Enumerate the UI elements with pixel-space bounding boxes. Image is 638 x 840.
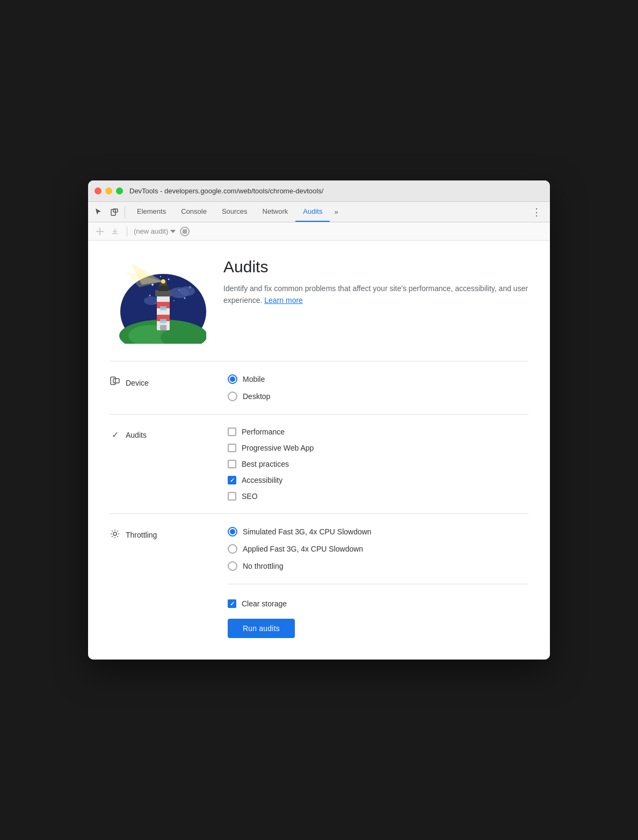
audits-label: ✓ Audits [110, 428, 228, 440]
more-tabs-button[interactable]: » [330, 202, 342, 222]
simulated-fast-3g-radio[interactable] [228, 527, 237, 537]
stop-button[interactable] [180, 227, 190, 236]
mobile-radio[interactable] [228, 374, 237, 384]
applied-fast-3g-radio[interactable] [228, 544, 237, 554]
device-section: Device Mobile Desktop [110, 361, 528, 414]
run-audits-button[interactable]: Run audits [228, 619, 295, 638]
no-throttling-option[interactable]: No throttling [228, 561, 528, 571]
traffic-lights [95, 187, 123, 194]
hero-title: Audits [223, 258, 528, 276]
audit-select-value: (new audit) [134, 227, 168, 235]
tab-audits[interactable]: Audits [295, 202, 330, 222]
minimize-button[interactable] [105, 187, 112, 194]
stop-icon [183, 229, 187, 234]
audits-toolbar: (new audit) [88, 222, 550, 241]
main-content: Audits Identify and fix common problems … [88, 241, 550, 660]
throttling-options: Simulated Fast 3G, 4x CPU Slowdown Appli… [228, 527, 528, 571]
nav-icons [92, 206, 125, 218]
device-toggle-icon[interactable] [108, 206, 120, 218]
checkmark-icon: ✓ [110, 430, 120, 440]
no-throttling-radio[interactable] [228, 561, 237, 571]
device-icon [110, 376, 120, 389]
add-audit-button[interactable] [95, 226, 105, 237]
pwa-checkbox[interactable] [228, 444, 236, 452]
performance-option[interactable]: Performance [228, 428, 528, 436]
best-practices-checkbox[interactable] [228, 460, 236, 468]
accessibility-check: ✓ [230, 477, 235, 484]
tab-sources[interactable]: Sources [214, 202, 255, 222]
cursor-icon[interactable] [92, 206, 104, 218]
device-options: Mobile Desktop [228, 374, 528, 401]
throttling-section: Throttling Simulated Fast 3G, 4x CPU Slo… [110, 513, 528, 584]
hero-section: Audits Identify and fix common problems … [110, 258, 528, 344]
close-button[interactable] [95, 187, 102, 194]
seo-checkbox[interactable] [228, 492, 236, 501]
clear-storage-checkbox[interactable]: ✓ [228, 599, 236, 608]
devtools-window: DevTools - developers.google.com/web/too… [88, 180, 550, 660]
download-audit-button[interactable] [110, 226, 120, 237]
run-section: ✓ Clear storage Run audits [228, 584, 528, 638]
hero-text: Audits Identify and fix common problems … [223, 258, 528, 307]
accessibility-option[interactable]: ✓ Accessibility [228, 476, 528, 484]
svg-rect-27 [160, 325, 166, 330]
svg-point-30 [113, 532, 117, 535]
svg-rect-25 [160, 306, 166, 310]
learn-more-link[interactable]: Learn more [264, 296, 303, 305]
best-practices-option[interactable]: Best practices [228, 460, 528, 468]
svg-rect-26 [160, 319, 166, 323]
tab-network[interactable]: Network [255, 202, 296, 222]
svg-point-13 [180, 286, 195, 296]
nav-tabs: Elements Console Sources Network Audits … [129, 202, 343, 222]
device-mobile-option[interactable]: Mobile [228, 374, 528, 384]
seo-option[interactable]: SEO [228, 492, 528, 501]
audits-options: Performance Progressive Web App Best pra… [228, 428, 528, 501]
svg-point-8 [160, 276, 161, 277]
performance-checkbox[interactable] [228, 428, 236, 436]
svg-point-4 [168, 279, 170, 280]
svg-point-14 [144, 296, 159, 305]
mobile-radio-fill [230, 376, 235, 382]
maximize-button[interactable] [116, 187, 123, 194]
device-desktop-option[interactable]: Desktop [228, 392, 528, 401]
applied-fast-3g-option[interactable]: Applied Fast 3G, 4x CPU Slowdown [228, 544, 528, 554]
clear-storage-option[interactable]: ✓ Clear storage [228, 599, 287, 608]
settings-icon [110, 529, 120, 541]
clear-storage-check: ✓ [230, 600, 235, 607]
simulated-fast-3g-option[interactable]: Simulated Fast 3G, 4x CPU Slowdown [228, 527, 528, 537]
svg-rect-29 [113, 379, 119, 383]
svg-point-9 [173, 300, 175, 301]
window-title: DevTools - developers.google.com/web/too… [129, 187, 323, 195]
audit-select[interactable]: (new audit) [134, 227, 176, 235]
tab-console[interactable]: Console [173, 202, 214, 222]
simulated-fast-3g-fill [230, 529, 235, 534]
device-label: Device [110, 374, 228, 389]
throttling-label: Throttling [110, 527, 228, 541]
tab-elements[interactable]: Elements [129, 202, 173, 222]
devtools-nav: Elements Console Sources Network Audits … [88, 202, 550, 222]
pwa-option[interactable]: Progressive Web App [228, 444, 528, 452]
lighthouse-illustration [110, 258, 206, 344]
title-bar: DevTools - developers.google.com/web/too… [88, 180, 550, 202]
svg-point-10 [184, 298, 186, 299]
accessibility-checkbox[interactable]: ✓ [228, 476, 236, 484]
hero-description: Identify and fix common problems that af… [223, 283, 528, 307]
audits-section: ✓ Audits Performance Progressive Web App… [110, 414, 528, 513]
svg-point-6 [149, 295, 151, 296]
devtools-menu-button[interactable]: ⋮ [527, 206, 546, 218]
desktop-radio[interactable] [228, 392, 237, 401]
toolbar-separator [127, 227, 127, 236]
